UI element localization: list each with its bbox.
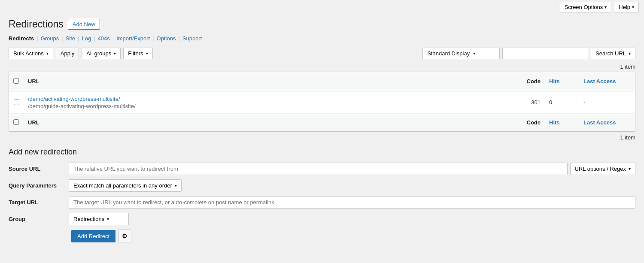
nav-item-support[interactable]: Support bbox=[182, 35, 202, 42]
filters-label: Filters bbox=[128, 50, 143, 57]
source-url-input[interactable] bbox=[69, 163, 568, 175]
nav-links: Redirects | Groups | Site | Log | 404s |… bbox=[9, 35, 635, 42]
filters-chevron-icon: ▾ bbox=[146, 51, 148, 56]
nav-item-log[interactable]: Log bbox=[82, 35, 91, 42]
header-hits[interactable]: Hits bbox=[545, 76, 579, 88]
table-header: URL Code Hits Last Access bbox=[9, 72, 635, 91]
footer-url: URL bbox=[24, 117, 510, 129]
query-params-chevron-icon: ▾ bbox=[175, 183, 177, 188]
apply-button[interactable]: Apply bbox=[56, 48, 79, 59]
row-code-cell: 301 bbox=[510, 91, 545, 113]
all-groups-label: All groups bbox=[86, 50, 111, 57]
standard-display-label: Standard Display bbox=[427, 50, 470, 57]
all-groups-button[interactable]: All groups ▾ bbox=[82, 48, 121, 59]
add-section-title: Add new redirection bbox=[9, 148, 635, 157]
target-url-field bbox=[69, 196, 635, 209]
query-params-select[interactable]: Exact match all parameters in any order … bbox=[69, 179, 182, 192]
query-params-label: Query Parameters bbox=[9, 182, 69, 189]
row-last-access-cell: - bbox=[579, 91, 635, 113]
row-hits-cell: 0 bbox=[545, 91, 579, 113]
group-field: Redirections ▾ bbox=[69, 213, 635, 225]
header-last-access[interactable]: Last Access bbox=[579, 76, 635, 88]
add-redirection-section: Add new redirection Source URL URL optio… bbox=[9, 148, 635, 242]
row-checkbox[interactable] bbox=[14, 100, 19, 105]
target-url-row: Target URL bbox=[9, 196, 635, 209]
filters-button[interactable]: Filters ▾ bbox=[123, 48, 152, 59]
add-new-button[interactable]: Add New bbox=[68, 19, 100, 30]
nav-item-groups[interactable]: Groups bbox=[41, 35, 59, 42]
query-params-row: Query Parameters Exact match all paramet… bbox=[9, 179, 635, 192]
gear-icon: ⚙ bbox=[122, 233, 128, 239]
query-params-field: Exact match all parameters in any order … bbox=[69, 179, 635, 192]
screen-options-chevron-icon: ▾ bbox=[605, 5, 607, 9]
group-value: Redirections bbox=[73, 216, 104, 222]
footer-hits[interactable]: Hits bbox=[545, 117, 579, 129]
help-label: Help bbox=[619, 4, 630, 10]
nav-item-404s[interactable]: 404s bbox=[98, 35, 110, 42]
query-params-value: Exact match all parameters in any order bbox=[73, 182, 172, 189]
redirect-source-link[interactable]: /demo/activating-wordpress-multisite/ bbox=[28, 96, 120, 102]
source-url-row: Source URL URL options / Regex ▾ bbox=[9, 163, 635, 175]
footer-code: Code bbox=[510, 117, 545, 129]
select-all-footer-checkbox[interactable] bbox=[13, 119, 19, 125]
page-title: Redirections bbox=[9, 18, 64, 30]
url-options-button[interactable]: URL options / Regex ▾ bbox=[570, 163, 635, 175]
screen-options-button[interactable]: Screen Options ▾ bbox=[560, 2, 612, 12]
group-select[interactable]: Redirections ▾ bbox=[69, 213, 129, 225]
group-label: Group bbox=[9, 216, 69, 222]
nav-item-options[interactable]: Options bbox=[157, 35, 176, 42]
help-chevron-icon: ▾ bbox=[632, 5, 634, 9]
bulk-actions-label: Bulk Actions bbox=[13, 50, 44, 57]
source-url-field: URL options / Regex ▾ bbox=[69, 163, 635, 175]
nav-item-site[interactable]: Site bbox=[66, 35, 75, 42]
group-row: Group Redirections ▾ bbox=[9, 213, 635, 225]
bulk-actions-button[interactable]: Bulk Actions ▾ bbox=[9, 48, 53, 59]
url-options-chevron-icon: ▾ bbox=[629, 166, 631, 171]
header-code: Code bbox=[510, 76, 545, 88]
item-count-bottom: 1 item bbox=[9, 134, 635, 141]
help-button[interactable]: Help ▾ bbox=[614, 2, 639, 12]
search-url-button[interactable]: Search URL ▾ bbox=[591, 48, 635, 59]
redirect-target-text: /demo/guide-activating-wordpress-multisi… bbox=[28, 103, 136, 109]
table-footer: URL Code Hits Last Access bbox=[9, 114, 635, 131]
source-url-label: Source URL bbox=[9, 166, 69, 172]
search-url-chevron-icon: ▾ bbox=[629, 51, 631, 56]
table-row: /demo/activating-wordpress-multisite/ /d… bbox=[9, 91, 635, 114]
row-url-cell: /demo/activating-wordpress-multisite/ /d… bbox=[24, 91, 510, 113]
nav-item-redirects: Redirects bbox=[9, 35, 34, 42]
search-url-label: Search URL bbox=[595, 50, 626, 57]
add-redirect-button[interactable]: Add Redirect bbox=[71, 230, 115, 242]
row-checkbox-cell bbox=[9, 91, 24, 113]
nav-item-import-export[interactable]: Import/Export bbox=[116, 35, 150, 42]
url-options-label: URL options / Regex bbox=[575, 166, 626, 172]
standard-display-select[interactable]: Standard Display ▾ bbox=[422, 48, 500, 59]
footer-last-access[interactable]: Last Access bbox=[579, 117, 635, 129]
screen-options-label: Screen Options bbox=[565, 4, 603, 10]
header-url: URL bbox=[24, 76, 510, 88]
submit-row: Add Redirect ⚙ bbox=[9, 230, 635, 242]
target-url-label: Target URL bbox=[9, 199, 69, 206]
footer-checkbox-cell bbox=[9, 117, 24, 129]
item-count-top: 1 item bbox=[9, 63, 635, 70]
select-all-checkbox[interactable] bbox=[13, 78, 19, 84]
target-url-input[interactable] bbox=[69, 196, 635, 209]
search-url-input[interactable] bbox=[502, 48, 588, 59]
redirects-table: URL Code Hits Last Access /demo/activati… bbox=[9, 72, 635, 132]
group-chevron-icon: ▾ bbox=[107, 217, 109, 221]
settings-gear-button[interactable]: ⚙ bbox=[118, 230, 131, 242]
header-checkbox-cell bbox=[9, 76, 24, 88]
bulk-actions-chevron-icon: ▾ bbox=[46, 51, 49, 56]
standard-display-chevron-icon: ▾ bbox=[473, 51, 475, 56]
all-groups-chevron-icon: ▾ bbox=[114, 51, 116, 56]
